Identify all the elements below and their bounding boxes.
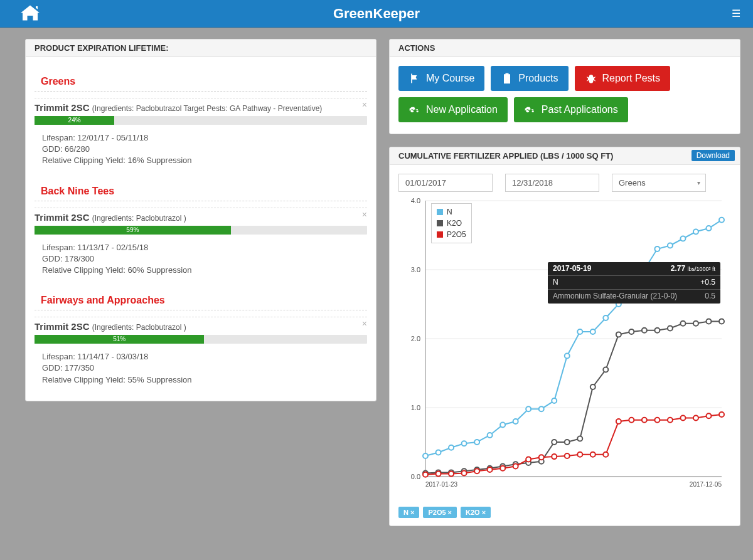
svg-point-82 (680, 416, 685, 421)
svg-text:4.0: 4.0 (411, 197, 420, 204)
date-from-input[interactable] (398, 174, 493, 192)
actions-panel-title: ACTIONS (390, 40, 740, 57)
btn-label: Products (518, 73, 558, 84)
fertilizer-panel-title: CUMULATIVE FERTILIZER APPLIED (LBS / 100… (390, 147, 740, 165)
btn-label: Report Pests (602, 73, 660, 84)
svg-point-85 (719, 412, 724, 417)
lifespan: Lifespan: 12/01/17 - 05/11/18 (42, 132, 367, 144)
svg-point-52 (603, 367, 608, 372)
fertilizer-chart: 0.01.02.03.04.02017-01-232017-12-05 N K2… (390, 194, 740, 504)
section-title: Fairways and Approaches (35, 288, 367, 310)
gdd: GDD: 177/350 (42, 362, 367, 374)
svg-point-57 (668, 326, 673, 331)
svg-point-19 (488, 433, 493, 438)
gdd: GDD: 178/300 (42, 253, 367, 265)
svg-point-48 (552, 440, 557, 445)
svg-point-56 (654, 328, 660, 333)
svg-point-17 (462, 441, 467, 446)
svg-point-84 (706, 413, 711, 418)
lifespan: Lifespan: 11/13/17 - 02/15/18 (42, 242, 367, 253)
svg-point-16 (449, 445, 454, 450)
svg-point-15 (436, 450, 441, 455)
report-pests-button[interactable]: Report Pests (575, 66, 670, 91)
home-icon[interactable] (19, 3, 41, 28)
svg-text:2017-12-05: 2017-12-05 (690, 481, 722, 488)
svg-point-20 (500, 423, 505, 428)
flag-icon (409, 72, 421, 85)
svg-point-62 (423, 472, 428, 477)
close-icon[interactable]: × (362, 319, 367, 329)
svg-point-21 (513, 419, 518, 424)
svg-point-33 (668, 243, 673, 248)
area-select[interactable]: Greens (612, 174, 706, 192)
svg-point-63 (436, 472, 441, 477)
menu-icon[interactable]: ☰ (732, 8, 740, 19)
expiration-panel-title: PRODUCT EXPIRATION LIFETIME: (26, 40, 376, 57)
product-details: (Ingredients: Paclobutrazol Target Pests… (92, 104, 323, 113)
svg-point-18 (474, 440, 479, 445)
progress-bar: 24% (35, 116, 367, 125)
lifespan: Lifespan: 11/14/17 - 03/03/18 (42, 351, 367, 362)
new-application-button[interactable]: New Application (398, 97, 508, 122)
btn-label: Past Applications (542, 104, 618, 115)
past-applications-button[interactable]: Past Applications (514, 97, 628, 122)
svg-point-35 (693, 230, 698, 235)
svg-point-61 (719, 319, 724, 324)
svg-point-69 (513, 464, 518, 469)
section-title: Back Nine Tees (35, 179, 367, 201)
svg-point-34 (680, 236, 685, 241)
svg-text:0.0: 0.0 (411, 473, 420, 480)
svg-point-60 (706, 319, 711, 324)
svg-point-25 (565, 354, 570, 359)
yield: Relative Clipping Yield: 60% Suppression (42, 265, 367, 276)
close-icon[interactable]: × (362, 209, 367, 219)
svg-point-64 (449, 472, 454, 477)
date-to-input[interactable] (505, 174, 599, 192)
svg-point-77 (616, 419, 621, 424)
actions-panel: ACTIONS My Course Products Report Pests (389, 39, 740, 134)
svg-point-80 (654, 418, 660, 423)
svg-point-59 (693, 321, 698, 326)
svg-point-50 (577, 436, 582, 441)
svg-point-79 (642, 418, 647, 423)
svg-point-74 (577, 452, 582, 457)
tag-k2o[interactable]: K2O × (461, 507, 491, 518)
svg-point-22 (526, 406, 531, 411)
svg-point-68 (500, 466, 505, 471)
svg-point-36 (706, 226, 711, 231)
my-course-button[interactable]: My Course (398, 66, 484, 91)
app-title: GreenKeeper (333, 6, 420, 22)
gdd: GDD: 66/280 (42, 144, 367, 155)
tractor-icon (524, 103, 537, 116)
product-expiration-panel: PRODUCT EXPIRATION LIFETIME: Greens×Trim… (25, 39, 376, 401)
svg-point-14 (423, 453, 428, 458)
svg-point-53 (616, 332, 621, 337)
svg-point-32 (654, 246, 660, 251)
svg-text:3.0: 3.0 (411, 266, 420, 273)
svg-point-26 (577, 329, 582, 334)
svg-point-67 (488, 467, 493, 472)
yield: Relative Clipping Yield: 16% Suppression (42, 155, 367, 166)
svg-point-55 (642, 328, 647, 333)
product-name: Trimmit 2SC (35, 321, 92, 332)
svg-point-78 (629, 418, 634, 423)
product-name: Trimmit 2SC (35, 102, 92, 113)
svg-point-70 (526, 457, 531, 462)
products-button[interactable]: Products (491, 66, 568, 91)
chart-legend: N K2O P2O5 (431, 203, 472, 243)
btn-label: My Course (426, 73, 474, 84)
close-icon[interactable]: × (362, 100, 367, 110)
tag-n[interactable]: N × (398, 507, 419, 518)
svg-point-24 (552, 398, 557, 403)
svg-point-49 (565, 440, 570, 445)
svg-point-54 (629, 329, 634, 334)
product-name: Trimmit 2SC (35, 212, 92, 223)
download-button[interactable]: Download (692, 150, 735, 161)
tag-p2o5[interactable]: P2O5 × (423, 507, 457, 518)
svg-point-23 (539, 406, 544, 411)
svg-text:2017-01-23: 2017-01-23 (425, 481, 458, 488)
chart-tooltip: 2017-05-19 2.77 lbs/1000² ft N +0.5 Ammo… (548, 262, 720, 304)
svg-point-72 (552, 454, 557, 459)
btn-label: New Application (426, 104, 498, 115)
clipboard-icon (501, 72, 513, 85)
